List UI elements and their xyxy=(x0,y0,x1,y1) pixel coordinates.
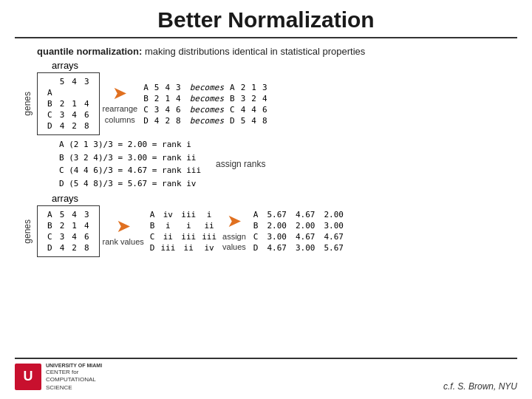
university-logo: U xyxy=(15,364,41,390)
rank-values-label: rank values xyxy=(103,236,144,247)
becomes-matrix: A543 becomes A213 B214 becomes B324 C346… xyxy=(140,82,270,126)
rearrange-label: rearrange columns xyxy=(103,103,138,125)
logo-u-letter: U xyxy=(24,369,33,384)
arrow-icon-2: ➤ xyxy=(116,216,131,236)
rearrange-arrow-group: ➤ rearrange columns xyxy=(103,83,138,125)
page-title: Better Normalization xyxy=(15,7,517,38)
logo-comp: COMPUTATIONAL xyxy=(46,376,102,383)
arrays-heading-bottom: arrays xyxy=(52,193,517,204)
subtitle: quantile normalization: making distribut… xyxy=(37,46,517,57)
assign-values-label: assign values xyxy=(222,231,246,253)
genes-label-top: genes xyxy=(22,92,33,116)
bottom-section: genes A543 B214 C346 D428 ➤ rank values … xyxy=(22,205,510,257)
final-matrix: A5.674.672.00 B2.002.003.00 C3.004.674.6… xyxy=(249,209,348,253)
rank-eq-a: A (2 1 3)/3 = 2.00 = rank i xyxy=(59,138,201,151)
page: Better Normalization quantile normalizat… xyxy=(0,0,532,399)
subtitle-keyword: quantile normalization: xyxy=(37,46,142,57)
citation: c.f. S. Brown, NYU xyxy=(443,381,517,392)
footer: U UNIVERSITY OF MIAMI CENTER for COMPUTA… xyxy=(15,358,517,392)
logo-text: UNIVERSITY OF MIAMI CENTER for COMPUTATI… xyxy=(46,362,102,392)
subtitle-rest: making distributions identical in statis… xyxy=(145,46,365,57)
top-section: genes 543 A B214 C346 D428 ➤ rearrange c… xyxy=(22,72,510,135)
rank-eq-d: D (5 4 8)/3 = 5.67 = rank iv xyxy=(59,177,201,191)
rank-eq-b: B (3 2 4)/3 = 3.00 = rank ii xyxy=(59,151,201,165)
logo-univ: UNIVERSITY OF MIAMI xyxy=(46,362,102,369)
assign-values-arrow-group: ➤ assign values xyxy=(222,211,246,253)
rank-eq-c: C (4 4 6)/3 = 4.67 = rank iii xyxy=(59,164,201,177)
main-content: quantile normalization: making distribut… xyxy=(15,41,517,358)
arrow-icon-3: ➤ xyxy=(227,211,242,231)
arrow-icon: ➤ xyxy=(112,83,127,103)
arrays-heading-top: arrays xyxy=(52,60,517,71)
rank-values-arrow-group: ➤ rank values xyxy=(103,216,144,247)
logo-center: CENTER for xyxy=(46,369,102,376)
bottom-input-matrix: A543 B214 C346 D428 xyxy=(37,205,100,257)
logo-sci: SCIENCE xyxy=(46,384,102,392)
genes-label-bottom: genes xyxy=(22,219,33,244)
rank-section: A (2 1 3)/3 = 2.00 = rank i B (3 2 4)/3 … xyxy=(59,138,517,190)
rank-equations: A (2 1 3)/3 = 2.00 = rank i B (3 2 4)/3 … xyxy=(59,138,201,190)
rank-matrix: Aiviiii Biiii Ciiiiiiii Diiiiiiv xyxy=(147,209,219,253)
assign-ranks-label: assign ranks xyxy=(216,159,265,169)
logo-area: U UNIVERSITY OF MIAMI CENTER for COMPUTA… xyxy=(15,362,102,392)
input-matrix: 543 A B214 C346 D428 xyxy=(37,72,100,135)
